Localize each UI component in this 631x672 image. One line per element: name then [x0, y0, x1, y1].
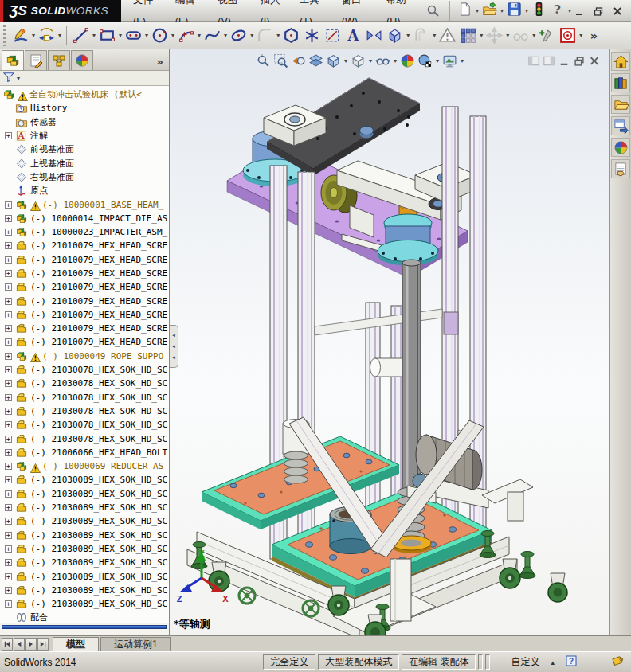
point-button[interactable]	[302, 25, 322, 45]
expand-toggle[interactable]: +	[5, 421, 12, 428]
status-help-icon[interactable]: ?	[566, 655, 577, 669]
tree-item[interactable]: +(-) 21030078_HEX_SOK_HD_SC	[0, 404, 169, 418]
tree-item[interactable]: +(-) 10000069_REDUCER_AS	[0, 459, 169, 473]
tree-item[interactable]: 原点	[0, 184, 169, 197]
dropdown-arrow-icon[interactable]: ▾	[406, 32, 410, 39]
edit-appearance-button[interactable]	[400, 53, 415, 68]
open-document-button[interactable]	[481, 1, 498, 21]
dropdown-arrow-icon[interactable]: ▾	[436, 57, 439, 64]
section-view-button[interactable]	[308, 53, 323, 68]
tree-item[interactable]: +(-) 21030089_HEX_SOK_HD_SC	[0, 556, 169, 569]
expand-toggle[interactable]: +	[5, 600, 12, 608]
expand-toggle[interactable]: +	[5, 504, 12, 511]
dropdown-arrow-icon[interactable]: ▾	[369, 57, 372, 64]
expand-toggle[interactable]: +	[5, 518, 12, 525]
tree-item[interactable]: 上视基准面	[0, 156, 169, 170]
tree-root-item[interactable]: 全自动冲击试验机床 (默认<	[0, 88, 169, 101]
tree-item[interactable]: +(-) 21030089_HEX_SOK_HD_SC	[0, 473, 169, 486]
tree-item[interactable]: +(-) 10000001_BASE_HEAM_	[0, 197, 169, 211]
new-document-button[interactable]	[457, 1, 473, 21]
dropdown-arrow-icon[interactable]: ▾	[476, 7, 479, 14]
origin-indicator-button[interactable]	[558, 25, 578, 45]
nav-first-button[interactable]	[2, 638, 13, 651]
restore-button[interactable]	[574, 56, 585, 66]
expand-toggle[interactable]: +	[5, 587, 12, 594]
dropdown-arrow-icon[interactable]: ▾	[568, 7, 571, 14]
expand-toggle[interactable]: +	[5, 283, 12, 291]
tree-item[interactable]: +(-) 21030089_HEX_SOK_HD_SC	[0, 569, 169, 583]
tree-item[interactable]: +(-) 21010079_HEX_HEAD_SCRE	[0, 280, 169, 294]
view-palette-button[interactable]	[611, 116, 630, 135]
dropdown-arrow-icon[interactable]: ▾	[344, 57, 347, 64]
expand-toggle[interactable]: +	[5, 366, 12, 373]
panel-tab-display-manager[interactable]	[71, 50, 93, 70]
search-icon[interactable]	[425, 3, 440, 19]
dropdown-arrow-icon[interactable]: ▾	[119, 32, 122, 39]
file-explorer-button[interactable]	[611, 95, 630, 114]
custom-caret-icon[interactable]: ▴	[551, 658, 555, 666]
smart-dimension-button[interactable]	[37, 25, 57, 45]
expand-toggle[interactable]: +	[5, 298, 12, 305]
expand-toggle[interactable]: +	[5, 132, 12, 139]
tree-item[interactable]: +(-) 21010079_HEX_HEAD_SCRE	[0, 253, 169, 267]
dropdown-arrow-icon[interactable]: ▾	[500, 7, 504, 14]
tree-item[interactable]: +(-) 21030078_HEX_SOK_HD_SC	[0, 432, 169, 445]
options-traffic-light-button[interactable]	[531, 1, 547, 21]
view-orientation-button[interactable]	[326, 53, 341, 68]
tree-item[interactable]: +(-) 21010079_HEX_HEAD_SCRE	[0, 308, 169, 322]
graphics-area[interactable]: ▾▾▾▾▾ ◂◂◂ Y Z X *等轴测	[170, 49, 609, 635]
dropdown-arrow-icon[interactable]: ▾	[32, 32, 35, 39]
expand-toggle[interactable]: +	[5, 436, 12, 443]
tree-item[interactable]: +(-) 21030089_HEX_SOK_HD_SC	[0, 529, 169, 542]
polygon-button[interactable]	[281, 25, 301, 45]
tree-item[interactable]: +(-) 21010079_HEX_HEAD_SCRE	[0, 335, 169, 349]
nav-next-button[interactable]	[25, 638, 37, 651]
dropdown-arrow-icon[interactable]: ▾	[506, 32, 509, 39]
expand-toggle[interactable]: +	[5, 229, 12, 236]
tree-item[interactable]: +(-) 10000023_IMPACTER_ASM_	[0, 225, 169, 239]
tree-item[interactable]: History	[0, 101, 169, 115]
expand-toggle[interactable]: +	[5, 311, 12, 318]
panel-tab-feature-manager[interactable]	[2, 50, 24, 70]
dropdown-arrow-icon[interactable]: ▾	[525, 7, 528, 14]
expand-toggle[interactable]: +	[5, 325, 12, 332]
zoom-fit-button[interactable]	[256, 53, 271, 68]
dropdown-arrow-icon[interactable]: ▾	[224, 32, 227, 39]
more-chevron-button[interactable]: »	[584, 25, 604, 45]
zoom-area-button[interactable]	[273, 53, 288, 68]
close-button[interactable]	[589, 56, 600, 66]
previous-view-button[interactable]	[291, 53, 306, 68]
dropdown-arrow-icon[interactable]: ▾	[276, 32, 280, 39]
tree-item[interactable]: +(-) 21030089_HEX_SOK_HD_SC	[0, 542, 169, 556]
expand-toggle[interactable]: +	[5, 545, 12, 553]
dropdown-arrow-icon[interactable]: ▾	[433, 32, 436, 39]
expand-toggle[interactable]: +	[5, 394, 12, 401]
tree-item[interactable]: +(-) 21030089_HEX_SOK_HD_SC	[0, 597, 169, 611]
toolbar-grip[interactable]	[2, 25, 7, 46]
tab-motion-study[interactable]: 运动算例1	[100, 637, 171, 651]
close-button[interactable]	[610, 5, 625, 18]
dropdown-arrow-icon[interactable]: ▾	[532, 32, 535, 39]
trim-entities-button[interactable]	[323, 25, 343, 45]
centerpoint-arc-button[interactable]	[176, 25, 196, 45]
line-button[interactable]	[71, 25, 91, 45]
linear-sketch-pattern-button[interactable]	[458, 25, 478, 45]
dropdown-arrow-icon[interactable]: ▾	[92, 32, 96, 39]
status-custom-label[interactable]: 自定义	[511, 655, 539, 669]
tree-item[interactable]: +(-) 21030089_HEX_SOK_HD_SC	[0, 501, 169, 514]
3d-model-viewport[interactable]	[170, 49, 609, 635]
tree-item[interactable]: +A注解	[0, 129, 169, 143]
tree-filter-bar[interactable]: ▾	[0, 71, 169, 86]
panel-tab-property-manager[interactable]	[25, 50, 47, 70]
convert-entities-button[interactable]	[385, 25, 405, 45]
custom-properties-button[interactable]	[611, 159, 630, 178]
collapse-arrow-icon[interactable]: ◂	[172, 352, 175, 363]
dock-left-button[interactable]	[528, 56, 539, 66]
dropdown-arrow-icon[interactable]: ▾	[461, 57, 464, 64]
dropdown-arrow-icon[interactable]: ▾	[58, 32, 61, 39]
expand-toggle[interactable]: +	[5, 532, 12, 539]
dropdown-arrow-icon[interactable]: ▾	[250, 32, 253, 39]
expand-toggle[interactable]: +	[5, 476, 12, 483]
tree-item[interactable]: +(-) 21030078_HEX_SOK_HD_SC	[0, 391, 169, 404]
design-library-button[interactable]	[611, 73, 630, 92]
